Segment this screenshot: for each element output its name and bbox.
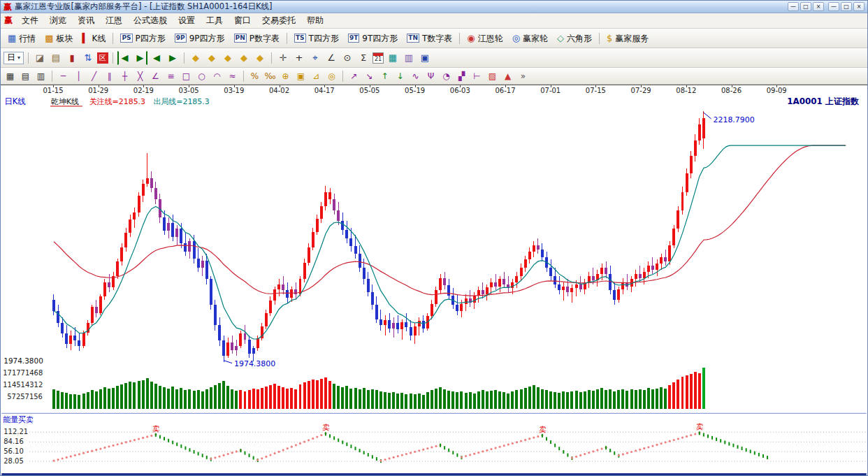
t9-square-button[interactable]: 9T9T四方形 xyxy=(344,32,402,44)
app-maximize-button[interactable]: □ xyxy=(841,2,852,11)
winner-service-button[interactable]: $赢家服务 xyxy=(602,32,653,44)
x-line-tool[interactable]: ╳ xyxy=(133,70,147,82)
t-square-button[interactable]: TST四方形 xyxy=(290,32,343,44)
table-view-button[interactable]: ▦ xyxy=(386,51,400,65)
winner-wheel-button[interactable]: ◎赢家轮 xyxy=(508,32,552,44)
time-cycle-button[interactable]: ◎ xyxy=(325,70,338,82)
angle-measure-button[interactable]: ∠ xyxy=(324,51,338,65)
parallel-lines-tool[interactable]: ≡ xyxy=(164,70,178,82)
volume-bar xyxy=(235,391,238,409)
angle-line-tool[interactable]: ∠ xyxy=(149,70,162,82)
settings-menu[interactable]: 设置 xyxy=(173,13,201,28)
up-trend-line-tool[interactable]: ↗ xyxy=(347,70,361,82)
golden-section-button[interactable]: ⊕ xyxy=(279,70,292,82)
gann-square-tool-button[interactable]: ◆ xyxy=(189,51,203,65)
child-close-button[interactable]: × xyxy=(813,2,824,11)
app-close-button[interactable]: × xyxy=(853,2,865,11)
clipboard-button[interactable]: ▤ xyxy=(49,51,63,65)
p9-square-button[interactable]: 9P9P四方形 xyxy=(171,32,229,44)
kline-chart[interactable]: 卖卖卖卖 日K线 乾坤K线 关注线=2185.3 出局线=2185.3 1A00… xyxy=(1,94,867,475)
sectors-button[interactable]: ▩板块 xyxy=(41,32,77,44)
measure-tool[interactable]: ⊢ xyxy=(470,70,484,82)
app-minimize-button[interactable]: — xyxy=(828,2,839,11)
trend-line-tool[interactable]: ╱ xyxy=(87,70,101,82)
rect-tool[interactable]: □ xyxy=(180,70,193,82)
hexagon-tool-button[interactable]: ◆ xyxy=(221,51,235,65)
save-button[interactable]: ▣ xyxy=(418,51,432,65)
gann-box-button[interactable]: ▣ xyxy=(294,70,308,82)
gann-wheel-tool-button[interactable]: ◆ xyxy=(205,51,219,65)
volume-bar xyxy=(545,390,548,409)
kline-button[interactable]: ▍K线 xyxy=(78,32,110,44)
volume-bar xyxy=(341,387,344,409)
t-number-table-button[interactable]: TNT数字表 xyxy=(403,32,456,44)
volume-bar xyxy=(588,390,591,409)
log-grid-button[interactable]: ▤ xyxy=(19,70,32,82)
volume-bar xyxy=(400,393,403,410)
gann-fan-button[interactable]: ⊿ xyxy=(310,70,323,82)
gann-wheel-button[interactable]: ◉江恩轮 xyxy=(463,32,507,44)
fall-marker-tool[interactable]: ↓ xyxy=(393,70,407,82)
candle xyxy=(99,296,102,313)
pitchfork-tool[interactable]: Ψ xyxy=(424,70,437,82)
file-menu[interactable]: 文件 xyxy=(16,13,44,28)
quotes-button[interactable]: ▦行情 xyxy=(3,32,40,44)
child-minimize-button[interactable]: — xyxy=(788,2,799,11)
crosshair-tool-button[interactable]: + xyxy=(292,51,306,65)
price-square-tool-button[interactable]: ◆ xyxy=(237,51,251,65)
gann-menu[interactable]: 江恩 xyxy=(100,13,128,28)
candle xyxy=(333,199,335,210)
compass-tool-button[interactable]: ⌖ xyxy=(308,51,322,65)
help-menu[interactable]: 帮助 xyxy=(301,13,329,28)
trade-order-menu[interactable]: 交易委托 xyxy=(256,13,301,28)
first-page-button[interactable]: ◀ xyxy=(117,51,131,65)
candle xyxy=(222,340,225,356)
zoom-tool-button[interactable]: ⊙ xyxy=(340,51,354,65)
p-number-table-button[interactable]: PNP数字表 xyxy=(230,32,284,44)
compress-chart-button[interactable]: ▥ xyxy=(34,70,48,82)
stats-tool-button[interactable]: Σ xyxy=(356,51,370,65)
more-tools-button[interactable]: » xyxy=(516,70,530,82)
formula-stock-pick-menu[interactable]: 公式选股 xyxy=(128,13,173,28)
fib-arc-tool[interactable]: ◔ xyxy=(440,70,453,82)
band-tool[interactable]: ∿ xyxy=(409,70,422,82)
child-restore-button[interactable]: □ xyxy=(800,2,811,11)
erase-tool[interactable]: ▨ xyxy=(486,70,499,82)
browse-menu[interactable]: 浏览 xyxy=(44,13,72,28)
window-menu[interactable]: 窗口 xyxy=(229,13,256,28)
horizontal-line-tool[interactable]: ─ xyxy=(57,70,70,82)
alert-tool[interactable]: ▲ xyxy=(501,70,514,82)
volume-bar xyxy=(677,380,679,409)
sort-updown-button[interactable]: ⇅ xyxy=(81,51,95,65)
next-page-button[interactable]: ▶ xyxy=(166,51,180,65)
prev-page-button[interactable]: ◀ xyxy=(150,51,164,65)
coordinate-grid-button[interactable]: ▦ xyxy=(3,70,17,82)
kline-style-button[interactable]: ▮ xyxy=(65,51,79,65)
cross-line-tool[interactable]: ┼ xyxy=(118,70,131,82)
candle xyxy=(694,140,697,156)
news-menu[interactable]: 资讯 xyxy=(72,13,100,28)
vertical-line-tool[interactable]: │ xyxy=(72,70,85,82)
raise-marker-tool[interactable]: ↑ xyxy=(378,70,391,82)
volume-bar xyxy=(87,392,89,410)
period-day-dropdown[interactable]: 日▾ xyxy=(3,52,24,64)
circle-tool[interactable]: ○ xyxy=(195,70,208,82)
region-select-button[interactable]: 区 xyxy=(97,52,108,64)
tools-menu[interactable]: 工具 xyxy=(201,13,229,28)
arc-tool[interactable]: ◠ xyxy=(210,70,224,82)
down-trend-line-tool[interactable]: ↘ xyxy=(363,70,376,82)
speed-line-tool[interactable]: ▞ xyxy=(455,70,468,82)
wave-tool[interactable]: ≈ xyxy=(226,70,239,82)
channel-line-tool[interactable]: ∥ xyxy=(103,70,116,82)
percent-retrace-button[interactable]: % xyxy=(248,70,261,82)
time-square-tool-button[interactable]: ◆ xyxy=(253,51,267,65)
chart-view-button[interactable]: ▥ xyxy=(402,51,416,65)
stamp-tool-button[interactable]: ◪ xyxy=(33,51,47,65)
hexagon-button[interactable]: ◇六角形 xyxy=(553,32,596,44)
permille-retrace-button[interactable]: ‰ xyxy=(263,70,277,82)
p-square-button[interactable]: PSP四方形 xyxy=(116,32,169,44)
calendar-button[interactable]: 21 xyxy=(372,52,384,64)
pan-tool-button[interactable]: ✛ xyxy=(276,51,290,65)
last-page-button[interactable]: ▶ xyxy=(133,51,147,65)
chart-area[interactable]: 卖卖卖卖 日K线 乾坤K线 关注线=2185.3 出局线=2185.3 1A00… xyxy=(1,94,867,475)
